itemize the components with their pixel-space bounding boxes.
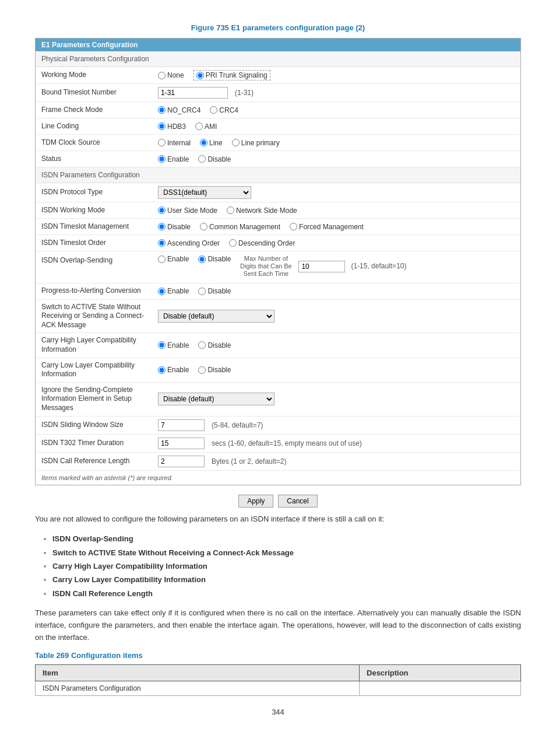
- isdn-timeslot-mgmt-disable[interactable]: Disable: [158, 223, 191, 231]
- isdn-call-ref-row: ISDN Call Reference Length Bytes (1 or 2…: [36, 453, 520, 471]
- isdn-timeslot-order-asc[interactable]: Ascending Order: [158, 239, 220, 247]
- physical-section-label: Physical Parameters Configuration: [36, 51, 520, 67]
- carry-low-layer-enable[interactable]: Enable: [158, 366, 189, 374]
- isdn-sliding-window-hint: (5-84, default=7): [212, 421, 263, 429]
- tdm-clock-line[interactable]: Line: [200, 139, 223, 147]
- carry-high-layer-enable[interactable]: Enable: [158, 341, 189, 349]
- ignore-sending-complete-select[interactable]: Disable (default): [158, 393, 275, 405]
- figure-title: Figure 735 E1 parameters configuration p…: [35, 23, 521, 32]
- line-coding-hdb3[interactable]: HDB3: [158, 123, 186, 131]
- working-mode-pri[interactable]: PRI Trunk Signaling: [193, 70, 270, 80]
- switch-active-row: Switch to ACTIVE State Without Receiving…: [36, 300, 520, 334]
- switch-active-label: Switch to ACTIVE State Without Receiving…: [41, 303, 158, 330]
- isdn-t302-label: ISDN T302 Timer Duration: [41, 439, 158, 448]
- bound-timeslot-input[interactable]: [158, 87, 228, 99]
- bullet-item-2: Switch to ACTIVE State Without Receiving…: [52, 546, 521, 559]
- carry-low-layer-disable[interactable]: Disable: [198, 366, 231, 374]
- isdn-overlap-disable[interactable]: Disable: [198, 255, 231, 263]
- working-mode-none[interactable]: None: [158, 71, 184, 79]
- status-disable[interactable]: Disable: [198, 155, 231, 163]
- config-items-table: Item Description ISDN Parameters Configu…: [35, 664, 521, 696]
- progress-alerting-row: Progress-to-Alerting Conversion Enable D…: [36, 284, 520, 300]
- line-coding-ami[interactable]: AMI: [195, 123, 217, 131]
- ignore-sending-complete-row: Ignore the Sending-Complete Information …: [36, 383, 520, 416]
- working-mode-row: Working Mode None PRI Trunk Signaling: [36, 67, 520, 84]
- isdn-sliding-window-input[interactable]: [158, 419, 205, 431]
- line-coding-label: Line Coding: [41, 122, 158, 131]
- asterisk-note: Items marked with an asterisk (*) are re…: [36, 471, 520, 485]
- isdn-overlap-row: ISDN Overlap-Sending Enable Disable Max …: [36, 251, 520, 284]
- status-label: Status: [41, 155, 158, 164]
- panel-header: E1 Parameters Configuration: [36, 38, 520, 51]
- isdn-working-user[interactable]: User Side Mode: [158, 206, 217, 215]
- tdm-clock-row: TDM Clock Source Internal Line Line prim…: [36, 135, 520, 151]
- isdn-sliding-window-label: ISDN Sliding Window Size: [41, 421, 158, 430]
- table-cell-description: [360, 681, 521, 695]
- isdn-timeslot-mgmt-row: ISDN Timeslot Management Disable Common …: [36, 219, 520, 235]
- isdn-working-network[interactable]: Network Side Mode: [227, 206, 297, 215]
- bound-timeslot-hint: (1-31): [235, 89, 254, 97]
- bound-timeslot-label: Bound Timeslot Number: [41, 88, 158, 97]
- carry-low-layer-label: Carry Low Layer Compatibility Informatio…: [41, 361, 158, 379]
- isdn-protocol-row: ISDN Protocol Type DSS1(default): [36, 183, 520, 202]
- table-cell-item: ISDN Parameters Configuration: [36, 681, 360, 695]
- carry-high-layer-disable[interactable]: Disable: [198, 341, 231, 349]
- button-row: Apply Cancel: [35, 495, 521, 508]
- isdn-timeslot-order-label: ISDN Timeslot Order: [41, 239, 158, 248]
- status-enable[interactable]: Enable: [158, 155, 189, 163]
- max-digits-hint: (1-15, default=10): [351, 262, 406, 270]
- status-row: Status Enable Disable: [36, 151, 520, 167]
- carry-high-layer-label: Carry High Layer Compatibility Informati…: [41, 336, 158, 354]
- max-digits-label: Max Number of Digits that Can Be Sent Ea…: [237, 255, 295, 278]
- isdn-working-mode-label: ISDN Working Mode: [41, 206, 158, 215]
- frame-check-crc4[interactable]: CRC4: [210, 106, 238, 114]
- isdn-timeslot-mgmt-forced[interactable]: Forced Management: [290, 223, 364, 231]
- body-text: You are not allowed to configure the fol…: [35, 513, 521, 526]
- carry-high-layer-row: Carry High Layer Compatibility Informati…: [36, 333, 520, 358]
- table-row: ISDN Parameters Configuration: [36, 681, 521, 695]
- bound-timeslot-row: Bound Timeslot Number (1-31): [36, 84, 520, 102]
- frame-check-nocrc4[interactable]: NO_CRC4: [158, 106, 200, 114]
- isdn-protocol-select[interactable]: DSS1(default): [158, 186, 251, 199]
- progress-alerting-enable[interactable]: Enable: [158, 287, 189, 295]
- progress-alerting-disable[interactable]: Disable: [198, 287, 231, 295]
- bullet-list: ISDN Overlap-Sending Switch to ACTIVE St…: [52, 532, 521, 600]
- bullet-item-4: Carry Low Layer Compatibility Informatio…: [52, 573, 521, 586]
- table-header-item: Item: [36, 664, 360, 681]
- isdn-timeslot-order-row: ISDN Timeslot Order Ascending Order Desc…: [36, 235, 520, 251]
- switch-active-select[interactable]: Disable (default): [158, 310, 275, 323]
- isdn-call-ref-input[interactable]: [158, 456, 205, 467]
- bullet-item-3: Carry High Layer Compatibility Informati…: [52, 559, 521, 573]
- ignore-sending-complete-label: Ignore the Sending-Complete Information …: [41, 386, 158, 413]
- isdn-sliding-window-row: ISDN Sliding Window Size (5-84, default=…: [36, 416, 520, 435]
- tdm-clock-internal[interactable]: Internal: [158, 139, 191, 147]
- body-text-2: These parameters can take effect only if…: [35, 607, 521, 643]
- progress-alerting-label: Progress-to-Alerting Conversion: [41, 286, 158, 296]
- isdn-t302-input[interactable]: [158, 438, 205, 449]
- carry-low-layer-row: Carry Low Layer Compatibility Informatio…: [36, 358, 520, 383]
- table-header-description: Description: [360, 664, 521, 681]
- isdn-overlap-enable[interactable]: Enable: [158, 255, 189, 263]
- config-panel: E1 Parameters Configuration Physical Par…: [35, 38, 521, 485]
- table-title: Table 269 Configuration items: [35, 651, 521, 660]
- tdm-clock-line-primary[interactable]: Line primary: [232, 139, 280, 147]
- isdn-call-ref-label: ISDN Call Reference Length: [41, 457, 158, 466]
- bullet-item-5: ISDN Call Reference Length: [52, 587, 521, 600]
- isdn-t302-row: ISDN T302 Timer Duration secs (1-60, def…: [36, 435, 520, 453]
- isdn-t302-hint: secs (1-60, default=15, empty means out …: [212, 439, 362, 447]
- isdn-timeslot-mgmt-common[interactable]: Common Management: [200, 223, 280, 231]
- working-mode-label: Working Mode: [41, 71, 158, 80]
- line-coding-row: Line Coding HDB3 AMI: [36, 118, 520, 135]
- bullet-item-1: ISDN Overlap-Sending: [52, 532, 521, 545]
- isdn-timeslot-order-desc[interactable]: Descending Order: [229, 239, 295, 247]
- frame-check-row: Frame Check Mode NO_CRC4 CRC4: [36, 102, 520, 118]
- cancel-button[interactable]: Cancel: [278, 495, 317, 508]
- apply-button[interactable]: Apply: [238, 495, 273, 508]
- frame-check-label: Frame Check Mode: [41, 106, 158, 115]
- max-digits-input[interactable]: [298, 261, 345, 272]
- isdn-working-mode-row: ISDN Working Mode User Side Mode Network…: [36, 202, 520, 219]
- isdn-timeslot-mgmt-label: ISDN Timeslot Management: [41, 222, 158, 232]
- isdn-call-ref-hint: Bytes (1 or 2, default=2): [212, 457, 286, 466]
- tdm-clock-label: TDM Clock Source: [41, 138, 158, 148]
- page-number: 344: [35, 708, 521, 716]
